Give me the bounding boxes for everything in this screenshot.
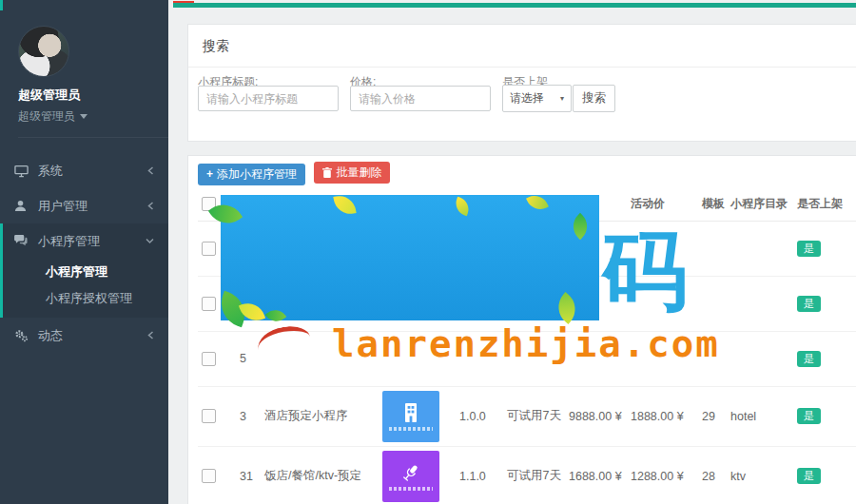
sidebar: 超级管理员 超级管理员 系统 用户管理 — [0, 0, 168, 504]
sidebar-item-miniprogram-management[interactable]: 小程序管理 — [0, 223, 168, 259]
chevron-left-icon — [147, 202, 154, 210]
sidebar-item-label: 动态 — [38, 327, 63, 344]
listed-badge: 是 — [797, 408, 821, 424]
cell-days — [503, 276, 565, 331]
chevron-left-icon — [147, 166, 154, 175]
user-icon — [14, 200, 38, 212]
column-header: 模板 — [698, 188, 727, 222]
sidebar-item-label: 系统 — [38, 163, 63, 180]
row-checkbox-cell — [198, 221, 236, 276]
cell-days — [503, 331, 565, 386]
delete-button-label: 批量删除 — [336, 165, 381, 181]
row-checkbox[interactable] — [202, 469, 216, 483]
cell-listed: 是 — [793, 386, 856, 446]
listed-select[interactable]: 请选择 ▾ — [502, 85, 572, 112]
cell-price — [565, 276, 627, 331]
sidebar-accent-strip — [0, 0, 3, 10]
search-button[interactable]: 搜索 — [573, 85, 615, 112]
sidebar-subitem-label: 小程序管理 — [46, 263, 107, 281]
top-accent-bar — [173, 3, 856, 8]
table-row: 3酒店预定小程序1.0.0可试用7天9888.00 ¥1888.00 ¥29ho… — [198, 386, 856, 446]
cell-activity-price: 1888.00 ¥ — [627, 386, 698, 446]
cell-version — [456, 331, 503, 386]
sidebar-subitem-miniprogram-auth-management[interactable]: 小程序授权管理 — [0, 285, 168, 312]
caret-down-icon — [80, 114, 88, 119]
row-checkbox[interactable] — [202, 352, 216, 366]
row-checkbox[interactable] — [202, 297, 216, 311]
cell-listed: 是 — [793, 331, 856, 386]
cell-activity-price: 1288.00 ¥ — [627, 446, 698, 504]
cell-listed: 是 — [793, 221, 856, 276]
main-content: 搜索 小程序标题: 价格: 是否上架 请选择 ▾ 搜索 +添加小程序管理 批量删… — [168, 0, 856, 504]
miniprogram-table: ID小程序标题展示图片版本号体验天数价格活动价模板小程序目录是否上架排序 是29… — [198, 188, 856, 504]
comments-icon — [14, 235, 38, 247]
column-header: 活动价 — [627, 188, 698, 222]
column-header: 展示图片 — [377, 188, 456, 222]
cell-template: 29 — [698, 386, 727, 446]
row-checkbox-cell — [198, 386, 236, 446]
cell-id: 5 — [236, 331, 261, 386]
row-checkbox[interactable] — [202, 242, 216, 256]
user-panel: 超级管理员 超级管理员 — [0, 0, 168, 138]
cell-title: 酒店预定小程序 — [261, 386, 377, 446]
cell-days: 可试用7天 — [503, 446, 565, 504]
title-search-input[interactable] — [198, 86, 339, 111]
cell-price: 9888.00 ¥ — [565, 386, 627, 446]
cell-version — [456, 221, 503, 276]
cell-directory — [727, 331, 793, 386]
cell-image — [377, 386, 456, 446]
cell-listed: 是 — [793, 446, 856, 504]
thumbnail-caption — [389, 487, 433, 491]
cell-days: 可试用7天 — [503, 386, 565, 446]
sidebar-subitem-miniprogram-management[interactable]: 小程序管理 — [0, 259, 168, 285]
listed-badge: 是 — [797, 351, 821, 367]
cell-title — [261, 331, 377, 386]
row-checkbox-cell — [198, 446, 236, 504]
column-header: 价格 — [565, 188, 627, 222]
cell-image — [377, 221, 456, 276]
listed-select-value: 请选择 — [510, 90, 544, 107]
cell-listed: 是 — [793, 276, 856, 331]
row-checkbox-cell — [198, 276, 236, 331]
cell-directory — [727, 221, 793, 276]
cell-version — [456, 276, 503, 331]
search-panel: 搜索 小程序标题: 价格: 是否上架 请选择 ▾ 搜索 — [187, 24, 856, 142]
cell-title — [261, 276, 377, 331]
sidebar-item-dynamics[interactable]: 动态 — [0, 318, 168, 353]
thumbnail-caption — [389, 427, 433, 431]
cell-title: 饭店/餐馆/ktv-预定 — [261, 446, 377, 504]
column-header: 体验天数 — [503, 188, 565, 222]
add-miniprogram-button[interactable]: +添加小程序管理 — [198, 164, 305, 185]
column-header: ID — [236, 188, 261, 222]
toolbar: +添加小程序管理 批量删除 — [188, 156, 856, 188]
table-row: 是29 — [198, 221, 856, 276]
sidebar-menu: 系统 用户管理 小程序管理 — [0, 153, 168, 353]
chevron-down-icon — [146, 238, 154, 244]
price-search-input[interactable] — [350, 86, 491, 111]
user-role-dropdown[interactable]: 超级管理员 — [18, 108, 168, 125]
cell-directory: hotel — [727, 386, 793, 446]
sidebar-item-user-management[interactable]: 用户管理 — [0, 188, 168, 223]
select-all-checkbox[interactable] — [202, 197, 216, 211]
search-button-label: 搜索 — [582, 90, 606, 107]
cell-activity-price — [627, 331, 698, 386]
table-row: 5是27 — [198, 331, 856, 386]
cell-version: 1.0.0 — [456, 386, 503, 446]
cell-id — [236, 221, 261, 276]
user-avatar — [18, 26, 69, 77]
row-checkbox[interactable] — [202, 409, 216, 423]
column-header: 小程序目录 — [727, 188, 793, 222]
listed-badge: 是 — [797, 296, 821, 312]
cell-activity-price — [627, 276, 698, 331]
batch-delete-button[interactable]: 批量删除 — [314, 162, 390, 184]
user-name: 超级管理员 — [18, 87, 168, 104]
cell-price — [565, 331, 627, 386]
cell-image — [377, 446, 456, 504]
add-button-label: 添加小程序管理 — [217, 166, 297, 183]
sidebar-subitem-label: 小程序授权管理 — [46, 290, 132, 307]
cell-id — [236, 276, 261, 331]
sidebar-item-system[interactable]: 系统 — [0, 153, 168, 188]
microphone-icon — [400, 462, 421, 483]
table-body: 是29是285是273酒店预定小程序1.0.0可试用7天9888.00 ¥188… — [198, 221, 856, 504]
sidebar-item-label: 用户管理 — [38, 198, 88, 215]
